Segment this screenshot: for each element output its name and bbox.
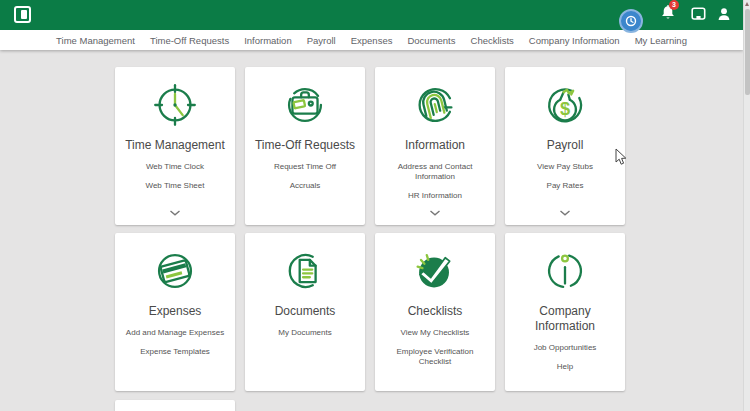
link-web-time-clock[interactable]: Web Time Clock xyxy=(146,162,204,172)
vertical-scrollbar[interactable] xyxy=(743,0,750,411)
nav-payroll[interactable]: Payroll xyxy=(307,35,336,46)
link-view-pay-stubs[interactable]: View Pay Stubs xyxy=(537,162,593,172)
nav-documents[interactable]: Documents xyxy=(407,35,455,46)
card-grid: Time Management Web Time Clock Web Time … xyxy=(115,67,625,391)
scrollbar-thumb[interactable] xyxy=(745,9,750,95)
chevron-down-icon[interactable] xyxy=(166,201,185,221)
link-address-contact-information[interactable]: Address and Contact Information xyxy=(383,162,487,182)
scrollbar-up-arrow-icon[interactable] xyxy=(745,2,749,6)
devices-button[interactable] xyxy=(691,7,706,21)
card-information: Information Address and Contact Informat… xyxy=(375,67,495,225)
card-time-off-requests: Time-Off Requests Request Time Off Accru… xyxy=(245,67,365,225)
link-employee-verification-checklist[interactable]: Employee Verification Checklist xyxy=(383,347,487,367)
link-job-opportunities[interactable]: Job Opportunities xyxy=(534,343,597,353)
link-web-time-sheet[interactable]: Web Time Sheet xyxy=(146,181,205,191)
checkmark-icon xyxy=(408,244,462,298)
chevron-down-icon[interactable] xyxy=(426,201,445,221)
link-accruals[interactable]: Accruals xyxy=(290,181,321,191)
link-hr-information[interactable]: HR Information xyxy=(408,191,462,201)
link-pay-rates[interactable]: Pay Rates xyxy=(547,181,584,191)
info-icon xyxy=(538,244,592,298)
card-partial-next-row xyxy=(115,400,235,411)
card-checklists: Checklists View My Checklists Employee V… xyxy=(375,233,495,391)
card-title[interactable]: Checklists xyxy=(408,304,463,319)
card-expenses: Expenses Add and Manage Expenses Expense… xyxy=(115,233,235,391)
nav-expenses[interactable]: Expenses xyxy=(351,35,393,46)
nav-my-learning[interactable]: My Learning xyxy=(635,35,687,46)
link-view-my-checklists[interactable]: View My Checklists xyxy=(401,328,470,338)
document-icon xyxy=(278,244,332,298)
nav-information[interactable]: Information xyxy=(244,35,292,46)
link-request-time-off[interactable]: Request Time Off xyxy=(274,162,336,172)
notification-badge: 3 xyxy=(669,0,679,10)
user-menu-button[interactable] xyxy=(717,7,731,21)
link-my-documents[interactable]: My Documents xyxy=(278,328,331,338)
person-icon xyxy=(717,7,731,21)
card-title[interactable]: Information xyxy=(405,138,465,153)
paylocity-logo-icon[interactable] xyxy=(14,6,31,23)
link-expense-templates[interactable]: Expense Templates xyxy=(140,347,210,357)
link-help[interactable]: Help xyxy=(557,362,573,372)
card-title[interactable]: Expenses xyxy=(149,304,202,319)
chevron-down-icon[interactable] xyxy=(556,201,575,221)
card-documents: Documents My Documents xyxy=(245,233,365,391)
time-clock-button[interactable] xyxy=(619,9,643,33)
device-icon xyxy=(691,7,706,21)
nav-company-information[interactable]: Company Information xyxy=(529,35,620,46)
dashboard-content: Time Management Web Time Clock Web Time … xyxy=(0,50,743,411)
suitcase-icon xyxy=(278,78,332,132)
clock-history-icon xyxy=(625,15,637,27)
card-title[interactable]: Company Information xyxy=(513,304,617,334)
svg-text:$: $ xyxy=(560,98,570,119)
nav-time-off-requests[interactable]: Time-Off Requests xyxy=(150,35,229,46)
card-title[interactable]: Time Management xyxy=(125,138,225,153)
main-nav: Time Management Time-Off Requests Inform… xyxy=(0,30,743,50)
nav-time-management[interactable]: Time Management xyxy=(56,35,135,46)
card-time-management: Time Management Web Time Clock Web Time … xyxy=(115,67,235,225)
card-payroll: $ Payroll View Pay Stubs Pay Rates xyxy=(505,67,625,225)
nav-checklists[interactable]: Checklists xyxy=(471,35,514,46)
card-title[interactable]: Time-Off Requests xyxy=(255,138,355,153)
card-company-information: Company Information Job Opportunities He… xyxy=(505,233,625,391)
link-add-manage-expenses[interactable]: Add and Manage Expenses xyxy=(126,328,224,338)
money-bag-icon: $ xyxy=(538,78,592,132)
card-title[interactable]: Documents xyxy=(275,304,336,319)
credit-card-icon xyxy=(148,244,202,298)
fingerprint-icon xyxy=(408,78,462,132)
clock-icon xyxy=(148,78,202,132)
card-title[interactable]: Payroll xyxy=(547,138,584,153)
